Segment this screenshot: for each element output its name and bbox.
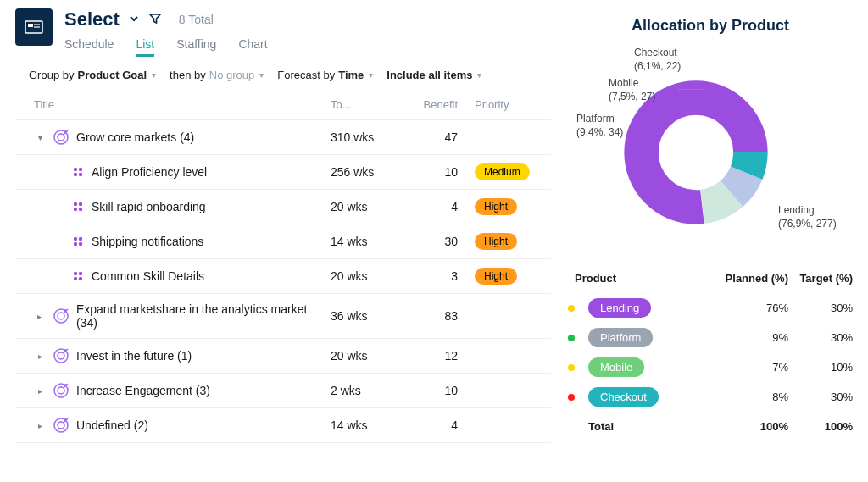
groupby-value: Product Goal <box>77 69 147 81</box>
goal-row[interactable]: ▸ Undefined (2) 14 wks 4 <box>15 408 551 443</box>
goal-row[interactable]: ▾ Grow core markets (4) 310 wks 47 <box>15 120 551 155</box>
main-pane: Select 8 Total Schedule List Staffing Ch… <box>15 8 551 474</box>
allocation-table: Product Planned (%) Target (%) Lending 7… <box>568 267 853 438</box>
tab-staffing[interactable]: Staffing <box>176 37 216 57</box>
svg-point-14 <box>74 237 77 241</box>
svg-point-27 <box>58 387 64 394</box>
row-title: Expand marketshare in the analytics mark… <box>76 302 331 330</box>
product-chip: Checkout <box>588 387 659 407</box>
header: Select 8 Total Schedule List Staffing Ch… <box>15 8 551 57</box>
svg-point-6 <box>74 168 77 171</box>
table-total-row: Total 100% 100% <box>568 412 853 438</box>
item-row[interactable]: Align Proficiency level 256 wks 10 Mediu… <box>15 155 551 190</box>
col-benefit[interactable]: Benefit <box>407 98 475 111</box>
cell-target: 30% <box>788 391 853 403</box>
product-chip: Lending <box>588 298 651 318</box>
leader-line <box>704 89 704 113</box>
row-title: Undefined (2) <box>76 418 148 432</box>
target-icon <box>53 417 70 434</box>
item-row[interactable]: Common Skill Details 20 wks 3 Hight <box>15 259 551 294</box>
target-icon <box>53 347 70 364</box>
col-priority[interactable]: Priority <box>475 98 548 111</box>
groupby-control[interactable]: Group by Product Goal ▾ <box>29 69 156 81</box>
svg-rect-2 <box>34 24 40 25</box>
row-title: Align Proficiency level <box>92 165 207 179</box>
chevron-down-icon: ▾ <box>152 70 156 80</box>
col-product: Product <box>568 272 715 285</box>
chevron-down-icon: ▾ <box>259 70 264 80</box>
page-title[interactable]: Select <box>64 8 120 30</box>
row-title: Increase Engagement (3) <box>76 384 210 397</box>
svg-rect-3 <box>34 26 40 28</box>
row-benefit: 3 <box>407 269 475 283</box>
row-benefit: 4 <box>407 418 475 432</box>
expand-icon[interactable]: ▸ <box>34 352 46 361</box>
side-pane: Allocation by Product Checkout(6,1%, 22)… <box>568 8 853 474</box>
svg-point-5 <box>58 134 64 141</box>
leader-line <box>678 89 704 90</box>
svg-point-16 <box>74 242 77 246</box>
cell-planned: 9% <box>715 331 788 344</box>
table-row[interactable]: Lending 76% 30% <box>568 293 853 323</box>
groupby-label: Group by <box>29 69 74 81</box>
svg-point-17 <box>79 242 82 246</box>
row-benefit: 12 <box>407 349 475 363</box>
col-to[interactable]: To... <box>331 98 407 111</box>
slice-label-mobile: Mobile(7,5%, 27) <box>609 77 655 103</box>
row-to: 20 wks <box>331 269 407 283</box>
target-icon <box>53 129 70 146</box>
item-row[interactable]: Skill rapid onboarding 20 wks 4 Hight <box>15 190 551 224</box>
tab-chart[interactable]: Chart <box>238 37 267 57</box>
expand-icon[interactable]: ▸ <box>34 386 46 396</box>
cell-planned: 76% <box>715 302 788 314</box>
tab-schedule[interactable]: Schedule <box>64 37 114 57</box>
total-target: 100% <box>788 420 853 433</box>
svg-point-25 <box>58 352 64 359</box>
svg-point-20 <box>74 277 77 280</box>
row-to: 36 wks <box>331 309 407 323</box>
chevron-down-icon[interactable] <box>128 13 140 27</box>
column-headers: Title To... Benefit Priority <box>15 90 551 120</box>
priority-badge: Hight <box>475 198 517 215</box>
priority-badge: Medium <box>475 163 530 180</box>
product-chip: Mobile <box>588 357 644 377</box>
table-header: Product Planned (%) Target (%) <box>568 267 853 293</box>
svg-point-11 <box>79 202 82 206</box>
row-title: Common Skill Details <box>92 269 204 283</box>
forecast-label: Forecast by <box>277 69 335 81</box>
target-icon <box>53 307 70 324</box>
table-row[interactable]: Checkout 8% 30% <box>568 382 853 412</box>
row-benefit: 10 <box>407 165 475 179</box>
row-benefit: 4 <box>407 200 475 213</box>
goal-row[interactable]: ▸ Invest in the future (1) 20 wks 12 <box>15 339 551 374</box>
cell-planned: 7% <box>715 361 788 374</box>
table-row[interactable]: Platform 9% 30% <box>568 323 853 352</box>
thenby-control[interactable]: then by No group ▾ <box>170 69 264 81</box>
svg-point-8 <box>74 173 77 176</box>
item-row[interactable]: Shipping notifications 14 wks 30 Hight <box>15 224 551 259</box>
row-to: 14 wks <box>331 418 407 432</box>
svg-point-13 <box>79 208 82 211</box>
col-target: Target (%) <box>788 272 853 285</box>
col-title[interactable]: Title <box>19 98 331 111</box>
app-icon[interactable] <box>15 8 53 46</box>
row-to: 256 wks <box>331 165 407 179</box>
filter-icon[interactable] <box>148 12 162 28</box>
goal-row[interactable]: ▸ Increase Engagement (3) 2 wks 10 <box>15 374 551 408</box>
row-title: Skill rapid onboarding <box>92 200 206 213</box>
priority-badge: Hight <box>475 268 517 285</box>
total-planned: 100% <box>715 420 788 433</box>
include-control[interactable]: Include all items ▾ <box>387 69 481 81</box>
cell-target: 10% <box>788 361 853 374</box>
goal-row[interactable]: ▸ Expand marketshare in the analytics ma… <box>15 294 551 339</box>
expand-icon[interactable]: ▸ <box>34 421 46 430</box>
svg-point-21 <box>79 277 82 280</box>
forecast-control[interactable]: Forecast by Time ▾ <box>277 69 373 81</box>
table-row[interactable]: Mobile 7% 10% <box>568 352 853 382</box>
expand-icon[interactable]: ▸ <box>34 312 46 321</box>
collapse-icon[interactable]: ▾ <box>34 133 46 142</box>
tab-list[interactable]: List <box>136 37 154 57</box>
view-tabs: Schedule List Staffing Chart <box>64 37 268 57</box>
donut-chart: Checkout(6,1%, 22) Mobile(7,5%, 27) Plat… <box>568 47 853 250</box>
row-to: 20 wks <box>331 200 407 213</box>
